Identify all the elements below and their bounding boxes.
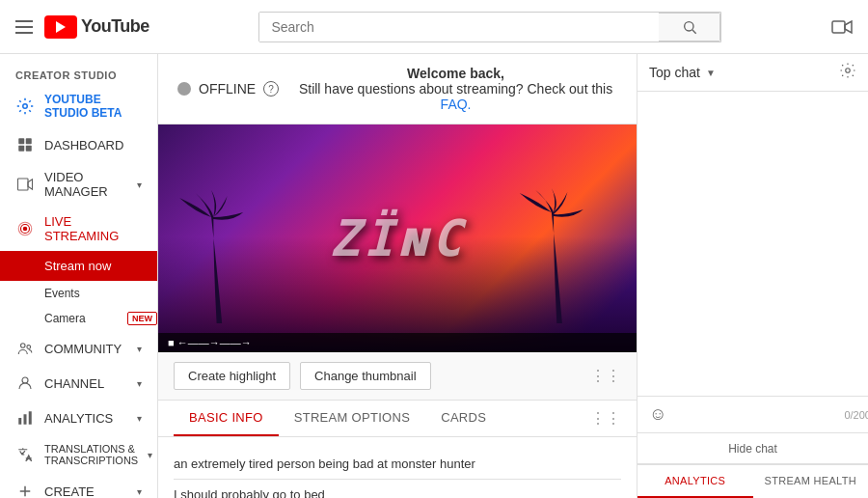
search-button[interactable]: [659, 13, 720, 42]
search-input[interactable]: [259, 13, 659, 42]
chat-input-area: ☺ 0/200: [637, 396, 868, 432]
hide-chat-button[interactable]: Hide chat: [728, 442, 777, 456]
sidebar-item-create[interactable]: CREATE ▾: [0, 474, 157, 498]
sidebar-item-label: VIDEO MANAGER: [44, 170, 127, 199]
svg-rect-6: [18, 146, 24, 152]
chevron-down-icon: ▾: [137, 180, 142, 190]
sidebar-item-label: Events: [44, 287, 80, 300]
search-icon: [682, 19, 697, 35]
chevron-down-icon: ▾: [137, 486, 142, 497]
sidebar-item-label: DASHBOARD: [44, 138, 123, 152]
tab-analytics[interactable]: ANALYTICS: [637, 465, 753, 498]
youtube-logo-icon: [44, 15, 77, 39]
svg-point-12: [21, 344, 26, 348]
youtube-logo-text: YouTube: [81, 16, 149, 37]
question-icon[interactable]: ?: [263, 81, 279, 97]
sidebar-item-live-streaming[interactable]: LIVE STREAMING: [0, 207, 157, 251]
drag-handle: ⋮⋮: [590, 367, 621, 385]
dashboard-icon: [15, 135, 35, 154]
chat-input[interactable]: [674, 407, 836, 422]
tab-cards[interactable]: CARDS: [425, 401, 502, 436]
chat-panel: Top chat ▼ ☺ 0/200 Hide chat ANALYTICS S…: [637, 54, 868, 498]
sidebar-item-translations[interactable]: TRANSLATIONS & TRANSCRIPTIONS ▾: [0, 435, 157, 474]
youtube-logo[interactable]: YouTube: [44, 15, 149, 39]
sidebar-studio-label: CREATOR STUDIO: [0, 62, 157, 85]
svg-point-13: [27, 346, 31, 349]
sidebar-item-stream-now[interactable]: Stream now: [0, 251, 157, 281]
sidebar-item-events[interactable]: Events: [0, 281, 157, 306]
sidebar-item-camera[interactable]: Camera NEW: [0, 306, 157, 331]
tab-basic-info[interactable]: BASIC INFO: [174, 401, 279, 436]
chat-char-count: 0/200: [844, 409, 868, 421]
sidebar: CREATOR STUDIO YOUTUBE STUDIO BETA: [0, 54, 158, 498]
svg-rect-5: [26, 138, 32, 144]
video-icon: [15, 175, 35, 194]
main-layout: CREATOR STUDIO YOUTUBE STUDIO BETA: [0, 54, 868, 498]
hamburger-icon[interactable]: [15, 20, 33, 34]
live-icon: [15, 219, 35, 238]
sidebar-item-label: LIVE STREAMING: [44, 214, 142, 243]
tabs-bar: BASIC INFO STREAM OPTIONS CARDS ⋮⋮: [158, 401, 637, 437]
welcome-sub: Still have questions about streaming? Ch…: [299, 81, 612, 97]
svg-line-1: [692, 30, 696, 34]
sidebar-item-community[interactable]: COMMUNITY ▾: [0, 331, 157, 366]
navbar-right: [831, 19, 853, 35]
description-fields: an extremely tired person being bad at m…: [158, 437, 637, 498]
svg-rect-7: [26, 146, 32, 152]
search-bar: [258, 12, 721, 42]
description-line-2[interactable]: I should probably go to bed: [174, 480, 621, 498]
chevron-down-icon: ▾: [137, 378, 142, 389]
svg-rect-2: [832, 21, 845, 33]
tab-stream-health[interactable]: STREAM HEALTH: [753, 465, 869, 498]
chat-dropdown-icon[interactable]: ▼: [706, 68, 716, 78]
sidebar-item-label: ANALYTICS: [44, 411, 113, 426]
navbar: YouTube: [0, 0, 868, 54]
welcome-title: Welcome back,: [407, 66, 504, 81]
sidebar-item-label: TRANSLATIONS & TRANSCRIPTIONS: [44, 443, 138, 466]
offline-indicator: OFFLINE ?: [177, 81, 279, 97]
sidebar-item-label: CHANNEL: [44, 376, 104, 391]
create-highlight-button[interactable]: Create highlight: [174, 362, 290, 390]
emoji-button[interactable]: ☺: [649, 404, 666, 425]
sidebar-item-label: YOUTUBE STUDIO BETA: [44, 93, 142, 120]
video-actions: Create highlight Change thumbnail ⋮⋮: [158, 352, 637, 401]
svg-point-3: [23, 104, 28, 109]
sidebar-item-label: Camera: [44, 312, 86, 325]
camera-icon-btn[interactable]: [831, 19, 853, 35]
gear-icon: [15, 97, 35, 116]
navbar-left: YouTube: [15, 15, 149, 39]
sidebar-item-analytics[interactable]: ANALYTICS ▾: [0, 401, 157, 435]
svg-rect-4: [18, 138, 24, 144]
faq-link[interactable]: FAQ.: [441, 97, 472, 112]
video-section: ZΪɴC ■ ←——→——→ Create highlight Change t…: [158, 124, 637, 498]
chat-title: Top chat: [649, 65, 700, 80]
sidebar-item-video-manager[interactable]: VIDEO MANAGER ▾: [0, 162, 157, 207]
offline-status: OFFLINE: [199, 81, 256, 97]
new-badge: NEW: [127, 312, 157, 325]
community-icon: [15, 339, 35, 358]
analytics-icon: [15, 408, 35, 428]
sidebar-item-channel[interactable]: CHANNEL ▾: [0, 366, 157, 401]
chevron-down-icon: ▾: [148, 450, 152, 460]
sidebar-item-dashboard[interactable]: DASHBOARD: [0, 127, 157, 162]
chat-body: [637, 92, 868, 396]
chevron-down-icon: ▾: [137, 344, 142, 354]
tab-stream-options[interactable]: STREAM OPTIONS: [279, 401, 426, 436]
svg-rect-8: [18, 179, 29, 190]
sidebar-item-label: CREATE: [44, 484, 95, 499]
offline-dot: [177, 82, 191, 96]
content-area: OFFLINE ? Welcome back, Still have quest…: [158, 54, 637, 498]
translate-icon: [15, 445, 35, 464]
gear-button[interactable]: [839, 62, 856, 83]
offline-bar: OFFLINE ? Welcome back, Still have quest…: [158, 54, 637, 124]
video-player: ZΪɴC ■ ←——→——→: [158, 124, 637, 352]
analytics-tabs: ANALYTICS STREAM HEALTH: [637, 464, 868, 498]
change-thumbnail-button[interactable]: Change thumbnail: [300, 362, 431, 390]
chat-header: Top chat ▼: [637, 54, 868, 92]
tabs-drag-handle: ⋮⋮: [590, 409, 621, 428]
description-line-1[interactable]: an extremely tired person being bad at m…: [174, 449, 621, 480]
sidebar-item-youtube-studio-beta[interactable]: YOUTUBE STUDIO BETA: [0, 85, 157, 127]
svg-point-19: [846, 69, 851, 73]
video-controls-bar: ■ ←——→——→: [158, 333, 637, 352]
svg-rect-16: [24, 414, 27, 425]
